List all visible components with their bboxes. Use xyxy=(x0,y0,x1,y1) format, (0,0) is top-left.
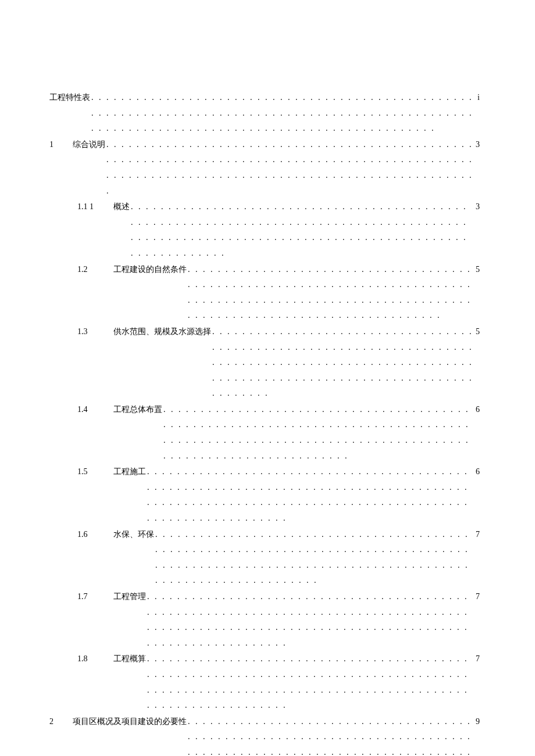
toc-subsection-label: 工程建设的自然条件 xyxy=(113,262,187,278)
toc-leader-dots xyxy=(106,137,475,199)
toc-subsection-page: 6 xyxy=(476,464,480,480)
toc-label: 工程特性表 xyxy=(49,90,90,106)
toc-section-row: 2项目区概况及项目建设的必要性9 xyxy=(49,714,480,756)
toc-subsection-label: 工程概算 xyxy=(113,651,146,667)
toc-leader-dots xyxy=(155,527,475,589)
toc-subsection-label: 工程总体布置 xyxy=(113,402,162,418)
toc-section-page: 3 xyxy=(476,137,480,153)
toc-subsection-label: 工程施工 xyxy=(113,464,146,480)
toc-subsection-page: 5 xyxy=(476,262,480,278)
toc-subsection-label: 供水范围、规模及水源选择 xyxy=(113,324,211,340)
toc-subsection-row: 1.1 1概述3 xyxy=(49,199,480,261)
toc-leader-dots xyxy=(147,589,475,651)
toc-subsection-page: 6 xyxy=(476,402,480,418)
toc-subsection-number: 1.4 xyxy=(73,402,113,418)
toc-subsection-row: 1.5工程施工6 xyxy=(49,464,480,526)
toc-section-number: 1 xyxy=(49,137,73,153)
toc-leader-dots xyxy=(163,402,475,464)
toc-subsection-label: 概述 xyxy=(113,199,130,215)
toc-subsection-page: 7 xyxy=(476,651,480,667)
toc-leader-dots xyxy=(131,199,475,261)
toc-subsection-row: 1.7工程管理7 xyxy=(49,589,480,651)
toc-subsection-number: 1.3 xyxy=(73,324,113,340)
toc-leader-dots xyxy=(147,464,475,526)
toc-subsection-number: 1.1 1 xyxy=(73,199,113,215)
toc-leader-dots xyxy=(188,714,475,756)
toc-subsection-number: 1.5 xyxy=(73,464,113,480)
toc-subsection-row: 1.4工程总体布置6 xyxy=(49,402,480,464)
toc-subsection-label: 水保、环保 xyxy=(113,527,154,543)
toc-subsection-page: 5 xyxy=(476,324,480,340)
toc-subsection-row: 1.3供水范围、规模及水源选择5 xyxy=(49,324,480,402)
toc-section-label: 项目区概况及项目建设的必要性 xyxy=(73,714,187,730)
toc-subsection-number: 1.8 xyxy=(73,651,113,667)
toc-section-page: 9 xyxy=(476,714,480,730)
toc-section-number: 2 xyxy=(49,714,73,730)
toc-leader-dots xyxy=(91,90,476,137)
toc-subsection-row: 1.8工程概算7 xyxy=(49,651,480,713)
toc-subsection-label: 工程管理 xyxy=(113,589,146,605)
toc-page: i xyxy=(477,90,480,106)
toc-top-entry: 工程特性表 i xyxy=(49,90,480,137)
toc-subsection-page: 3 xyxy=(476,199,480,215)
toc-section-label: 综合说明 xyxy=(73,137,105,153)
toc-section-row: 1综合说明3 xyxy=(49,137,480,199)
toc-subsection-row: 1.6水保、环保7 xyxy=(49,527,480,589)
toc-leader-dots xyxy=(212,324,475,402)
toc-subsection-number: 1.7 xyxy=(73,589,113,605)
table-of-contents: 工程特性表 i 1综合说明31.1 1概述31.2工程建设的自然条件51.3供水… xyxy=(49,90,480,756)
toc-subsection-row: 1.2工程建设的自然条件5 xyxy=(49,262,480,324)
toc-leader-dots xyxy=(188,262,475,324)
toc-subsection-page: 7 xyxy=(476,527,480,543)
toc-subsection-number: 1.6 xyxy=(73,527,113,543)
toc-subsection-page: 7 xyxy=(476,589,480,605)
toc-subsection-number: 1.2 xyxy=(73,262,113,278)
toc-leader-dots xyxy=(147,651,475,713)
